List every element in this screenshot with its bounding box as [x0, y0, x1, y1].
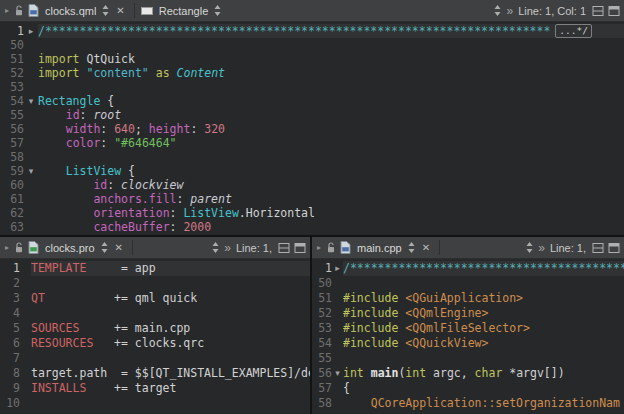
split-editor-icon[interactable]	[278, 242, 290, 254]
code-line[interactable]: /***************************************…	[38, 24, 624, 38]
fold-marker-icon[interactable]: ▸	[332, 261, 343, 276]
code-token	[38, 192, 93, 206]
code-token: 2000	[183, 220, 211, 234]
close-split-icon[interactable]	[294, 242, 306, 254]
close-document-button[interactable]: ✕	[112, 242, 126, 253]
code-token	[38, 178, 93, 192]
fold-marker-icon[interactable]: ▾	[24, 94, 38, 108]
line-number-gutter: 1▸50515253545556▾5758	[312, 261, 343, 414]
code-line[interactable]	[38, 38, 624, 52]
code-line[interactable]	[38, 80, 624, 94]
code-line[interactable]: target.path = $$[QT_INSTALL_EXAMPLES]/de…	[31, 366, 310, 381]
toolbar-overflow-icon[interactable]: »	[537, 241, 546, 255]
code-line[interactable]: int main(int argc, char *argv[])	[343, 366, 624, 381]
fold-marker-icon[interactable]: ▾	[332, 366, 343, 381]
toolbar-overflow-icon[interactable]: »	[505, 4, 514, 18]
fold-column	[24, 122, 38, 136]
toolbar-combo-arrows-icon[interactable]	[212, 242, 219, 253]
gutter-line: 56▾	[312, 366, 343, 381]
split-editor-icon[interactable]	[592, 5, 604, 17]
symbol-selector[interactable]: Rectangle	[157, 5, 211, 17]
code-line[interactable]	[31, 351, 310, 366]
code-line[interactable]: cacheBuffer: 2000	[38, 220, 624, 234]
code-line[interactable]: {	[343, 381, 624, 396]
code-line[interactable]: #include <QQmlFileSelector>	[343, 321, 624, 336]
document-combo-arrows-icon[interactable]	[102, 5, 109, 16]
code-line[interactable]	[31, 306, 310, 321]
code-line[interactable]: RESOURCES += clocks.qrc	[31, 336, 310, 351]
code-area[interactable]: TEMPLATE = appQT += qml quickSOURCES += …	[31, 261, 310, 414]
code-line[interactable]: QT += qml quick	[31, 291, 310, 306]
fold-marker-icon[interactable]: ▾	[24, 164, 38, 178]
code-token: :	[107, 178, 121, 192]
document-combo-arrows-icon[interactable]	[408, 242, 415, 253]
code-area[interactable]: /***************************************…	[343, 261, 624, 414]
code-token	[38, 136, 66, 150]
fold-marker-icon[interactable]: ▸	[24, 24, 38, 38]
toolbar-combo-arrows-icon[interactable]	[494, 5, 501, 16]
code-line[interactable]: ListView {	[38, 164, 624, 178]
gutter-line: 7	[0, 351, 31, 366]
gutter-line: 57	[312, 381, 343, 396]
close-document-button[interactable]: ✕	[419, 242, 433, 253]
symbol-combo-arrows-icon[interactable]	[214, 5, 221, 16]
split-editor-icon[interactable]	[592, 242, 604, 254]
cursor-position[interactable]: Line: 1, Col: 1	[518, 5, 588, 17]
line-number: 8	[0, 366, 20, 381]
gutter-line: 1▸	[0, 24, 38, 38]
toolbar-overflow-icon[interactable]: »	[223, 241, 232, 255]
open-document-name[interactable]: clocks.pro	[43, 242, 97, 254]
code-line[interactable]	[31, 276, 310, 291]
document-combo-arrows-icon[interactable]	[101, 242, 108, 253]
fold-column	[332, 336, 343, 351]
code-line[interactable]: SOURCES += main.cpp	[31, 321, 310, 336]
code-line[interactable]: #include <QGuiApplication>	[343, 291, 624, 306]
fold-column	[332, 381, 343, 396]
code-line[interactable]	[31, 396, 310, 411]
code-line[interactable]: import "content" as Content	[38, 66, 624, 80]
folded-comment-box[interactable]: ...*/	[555, 24, 592, 38]
open-document-name[interactable]: main.cpp	[355, 242, 404, 254]
close-split-icon[interactable]	[608, 5, 620, 17]
gutter-line: 50	[312, 276, 343, 291]
code-line[interactable]: INSTALLS += target	[31, 381, 310, 396]
fold-column	[332, 396, 343, 411]
line-number: 51	[0, 52, 24, 66]
code-token: .Horizontal	[239, 206, 315, 220]
code-line[interactable]	[343, 276, 624, 291]
gutter-line: 1▸	[312, 261, 343, 276]
code-line[interactable]: QCoreApplication::setOrganizationNam	[343, 396, 624, 411]
close-document-button[interactable]: ✕	[113, 5, 127, 16]
lock-open-icon[interactable]	[326, 242, 336, 254]
line-number: 54	[312, 336, 332, 351]
code-line[interactable]: width: 640; height: 320	[38, 122, 624, 136]
toolbar-combo-arrows-icon[interactable]	[526, 242, 533, 253]
code-line[interactable]: TEMPLATE = app	[31, 261, 310, 276]
code-line[interactable]: Rectangle {	[38, 94, 624, 108]
lock-open-icon[interactable]	[14, 242, 24, 254]
code-editor: 1▸5051525354▾5556575859▾60616263 /******…	[0, 22, 624, 235]
code-line[interactable]: anchors.fill: parent	[38, 192, 624, 206]
cursor-position[interactable]: Line: 1,	[550, 242, 588, 254]
code-line[interactable]: #include <QQmlEngine>	[343, 306, 624, 321]
code-line[interactable]	[343, 351, 624, 366]
cursor-position[interactable]: Line: 1,	[236, 242, 274, 254]
code-line[interactable]: id: root	[38, 108, 624, 122]
code-line[interactable]: #include <QQuickView>	[343, 336, 624, 351]
code-line[interactable]: import QtQuick	[38, 52, 624, 66]
line-number: 51	[312, 291, 332, 306]
code-line[interactable]: orientation: ListView.Horizontal	[38, 206, 624, 220]
code-line[interactable]: color: "#646464"	[38, 136, 624, 150]
code-token: 640	[114, 122, 135, 136]
close-split-icon[interactable]	[608, 242, 620, 254]
code-line[interactable]: id: clockview	[38, 178, 624, 192]
code-line[interactable]: /***************************************…	[343, 261, 624, 276]
code-area[interactable]: /***************************************…	[38, 24, 624, 235]
code-line[interactable]	[38, 150, 624, 164]
lock-open-icon[interactable]	[14, 5, 24, 17]
line-number: 3	[0, 291, 20, 306]
line-number: 1	[312, 261, 332, 276]
code-token: clockview	[121, 178, 183, 192]
fold-column	[24, 52, 38, 66]
open-document-name[interactable]: clocks.qml	[43, 5, 98, 17]
